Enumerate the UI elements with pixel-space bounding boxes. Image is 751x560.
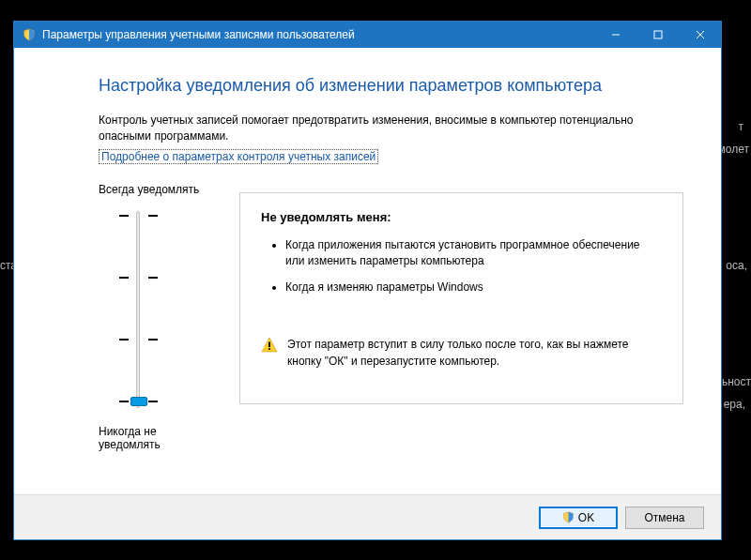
- bg-text: оса,: [726, 259, 747, 272]
- slider-thumb[interactable]: [130, 397, 147, 406]
- svg-rect-5: [268, 348, 270, 350]
- warning-icon: [261, 337, 278, 354]
- maximize-button[interactable]: [636, 22, 679, 48]
- panel-bullet: Когда я изменяю параметры Windows: [285, 280, 662, 295]
- bg-text: ера,: [724, 398, 745, 411]
- slider-tick: [148, 215, 158, 217]
- shield-icon: [562, 511, 575, 523]
- slider-tick: [148, 401, 158, 402]
- close-button[interactable]: [679, 22, 721, 48]
- slider-tick: [119, 277, 129, 279]
- bg-text: т: [739, 120, 744, 133]
- cancel-button[interactable]: Отмена: [625, 507, 704, 529]
- page-heading: Настройка уведомления об изменении парам…: [99, 76, 683, 96]
- bg-text: молет: [718, 143, 749, 156]
- titlebar[interactable]: Параметры управления учетными записями п…: [14, 22, 721, 48]
- learn-more-link[interactable]: Подробнее о параметрах контроля учетных …: [99, 149, 378, 164]
- ok-button-label: OK: [578, 511, 594, 524]
- svg-rect-1: [654, 31, 662, 38]
- ok-button[interactable]: OK: [539, 507, 618, 529]
- content-area: Настройка уведомления об изменении парам…: [14, 48, 721, 494]
- uac-settings-window: Параметры управления учетными записями п…: [13, 21, 722, 540]
- svg-rect-4: [268, 342, 270, 348]
- slider-label-never: Никогда не уведомлять: [99, 425, 221, 451]
- minimize-button[interactable]: [594, 22, 636, 48]
- bg-text: ьност: [722, 375, 751, 388]
- page-description: Контроль учетных записей помогает предот…: [99, 113, 683, 145]
- window-title: Параметры управления учетными записями п…: [42, 28, 355, 41]
- warning-text: Этот параметр вступит в силу только посл…: [287, 337, 662, 370]
- shield-icon: [22, 27, 37, 42]
- slider-tick: [119, 401, 129, 402]
- notification-panel: Не уведомлять меня: Когда приложения пыт…: [239, 192, 683, 404]
- cancel-button-label: Отмена: [644, 511, 684, 524]
- slider-tick: [148, 339, 158, 341]
- panel-bullet: Когда приложения пытаются установить про…: [285, 237, 662, 269]
- slider-label-always: Всегда уведомлять: [99, 183, 199, 196]
- slider-tick: [119, 215, 129, 217]
- button-bar: OK Отмена: [14, 494, 721, 539]
- panel-title: Не уведомлять меня:: [261, 210, 662, 224]
- slider-tick: [148, 277, 158, 279]
- slider-tick: [119, 339, 129, 341]
- slider-track[interactable]: [136, 211, 140, 408]
